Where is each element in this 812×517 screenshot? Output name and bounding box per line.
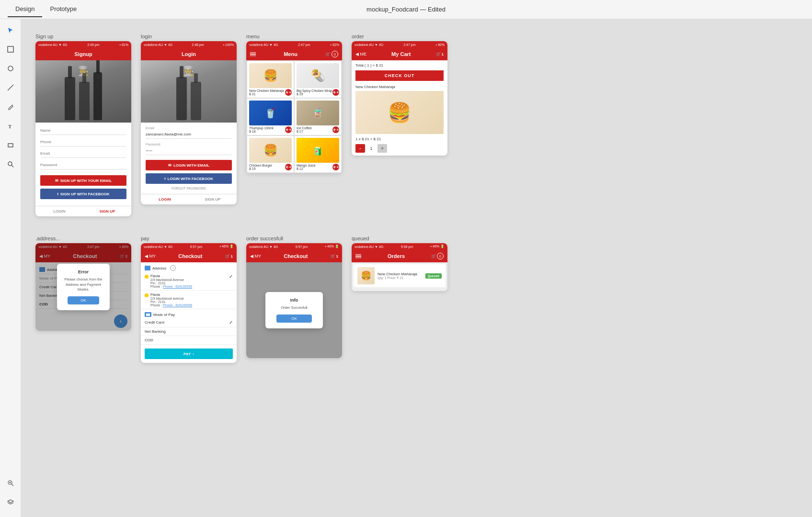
menu-item-1[interactable]: 🍔 New Chicken Maharaja $ 21 [247,61,294,98]
menu-item-5[interactable]: 🍔 Chicken Burger $ 15 [247,136,294,172]
pay-addr2-text: Flavia 2/3 blackwood avenue Pin : 2131 P… [150,292,192,307]
pay-addr2-phone-link[interactable]: Phone : 624100506 [163,303,192,307]
pay-addr1-dot [145,275,149,279]
item6-add-btn[interactable] [332,164,339,170]
pay-net-banking[interactable]: Net Banking [141,327,237,336]
login-password-input[interactable] [146,146,232,155]
order-back[interactable]: ◀ ME [355,52,366,56]
order-status-bar: vodafone AU ▼ 4G 2:47 pm ▪ 90% [352,41,447,48]
menu-item-4[interactable]: 🧋 Ice Coffee $ 17 [295,99,341,135]
cursor-tool[interactable] [5,25,16,35]
order-card-1[interactable]: 🍔 New Chicken Maharaja Qty: 1 Price: ₹ 2… [354,264,446,287]
pay-addr2[interactable]: Flavia 2/3 blackwood avenue Pin : 2131 P… [141,291,237,309]
pay-addr-info-icon[interactable]: + [170,265,176,271]
menu-cart-count: 0 [332,51,338,57]
signup-tab[interactable]: SIGN UP [83,206,131,216]
signup-bottom-tab[interactable]: SIGN UP [189,194,237,204]
menu-item-6[interactable]: 🧃 Mango Juice $ 12 [295,136,341,172]
pay-addr1[interactable]: Flavia 2/3 blackwood Avenue Pin : 2131 P… [141,272,237,291]
order-success-app-header: ◀ MY Checkout 🛒 1 [246,250,342,262]
menu-title: Menu [284,51,297,57]
bottles [35,72,131,120]
cart-item-name: New Chicken Maharaja [355,85,444,89]
login-bottom-tab[interactable]: LOGIN [141,194,189,204]
rectangle-tool[interactable] [5,140,16,150]
search-tool[interactable] [5,159,16,169]
tab-prototype[interactable]: Prototype [42,1,84,17]
info-dialog: Info Order Succesfull OK [265,292,323,328]
svg-line-2 [8,85,13,90]
pay-back[interactable]: ◀ MY [145,254,156,258]
pay-credit-card[interactable]: Credit Card ✓ [141,318,237,327]
forgot-password-link[interactable]: FORGOT PASSWORD [146,187,232,190]
zoom-tool[interactable] [5,478,16,488]
circle-tool[interactable] [5,63,16,74]
item5-add-btn[interactable] [285,164,292,170]
order-label: order [352,34,447,39]
pay-btn-container: PAY › [141,345,237,363]
frame-tool[interactable] [5,44,16,55]
item1-add-btn[interactable] [285,89,292,96]
item2-add-btn[interactable] [332,89,339,96]
juice-image: 🧃 [297,138,339,163]
pen-tool[interactable] [5,101,16,112]
login-facebook-btn[interactable]: f LOGIN WITH FACEBOOK [146,173,232,184]
queued-badge-1: Queued [425,273,442,279]
line-tool[interactable] [5,82,16,93]
order-app-header: ◀ ME My Cart 🛒 1 [352,48,447,60]
login-email-input[interactable] [146,130,232,139]
qty-plus-btn[interactable]: + [377,144,387,153]
qty-minus-btn[interactable]: - [355,144,365,153]
queued-cart[interactable]: 🛒 0 [431,253,444,259]
item3-add-btn[interactable] [285,126,292,133]
login-bottles [141,77,237,120]
pay-card-icon [146,314,150,316]
error-message: Please choose from the Address and Payme… [64,277,103,292]
signup-email-input[interactable] [40,149,126,158]
queued-col: queued vodafone AU ▼ 4G 5:58 pm ▪ 46% 🔋 … [352,236,447,363]
order-success-label: order succesfull [246,236,342,241]
info-ok-btn[interactable]: OK [276,315,312,323]
bottle2-neck [82,73,86,83]
order-success-back[interactable]: ◀ MY [250,254,261,258]
pay-content: Address + Flavia 2/3 blackwood Avenue Pi… [141,262,237,363]
pay-cart-area[interactable]: 🛒 1 [225,254,233,258]
svg-point-1 [8,66,13,71]
error-ok-btn[interactable]: OK [68,296,99,304]
queued-hamburger[interactable] [355,254,361,258]
login-bottle2 [191,82,201,120]
pay-btn[interactable]: PAY › [145,348,233,359]
pay-cod[interactable]: COD [141,336,237,345]
layers-tool[interactable] [5,497,16,507]
svg-text:T: T [8,124,12,129]
order-cart-area[interactable]: 🛒 1 [436,52,444,56]
signup-name-input[interactable] [40,126,126,135]
signup-email-btn[interactable]: ✉ SIGN UP WITH YOUR EMAIL [40,175,126,186]
pay-mode-icon [145,312,151,317]
text-tool[interactable]: T [5,121,16,131]
signup-phone-input[interactable] [40,138,126,146]
bottle1 [65,77,75,120]
address-screen: vodafone AU ▼ 4G 2:47 pm ▪ 20% ◀ MY Chec… [35,243,131,331]
login-email-btn[interactable]: ✉ LOGIN WITH EMAIL [146,160,232,170]
signup-facebook-btn[interactable]: f SIGN UP WITH FACEBOOK [40,189,126,199]
menu-cart-area[interactable]: 🛒 0 [325,51,338,57]
checkout-btn[interactable]: CHECK OUT [355,70,444,81]
left-sidebar: T [0,19,21,517]
menu-item-2[interactable]: 🌯 Big Spicy Chicken Wrap $ 19 [295,61,341,98]
pay-addr1-phone-link[interactable]: Phone : 624100506 [163,285,192,288]
login-col: login vodafone AU ▼ 4G 2:48 pm ▪ 100% Lo… [141,34,237,216]
bottle2 [79,82,90,120]
item4-add-btn[interactable] [332,126,339,133]
queued-status-bar: vodafone AU ▼ 4G 5:58 pm ▪ 46% 🔋 [352,243,447,250]
hamburger-icon[interactable] [250,52,256,56]
login-tab[interactable]: LOGIN [35,206,83,216]
top-bar: Design Prototype mockup_Foodcard — Edite… [0,0,812,19]
signup-password-input[interactable] [40,161,126,169]
menu-item-3[interactable]: 🥤 Thumpup 100ml $ 18 [247,99,294,135]
login-email-label: Email [146,126,232,130]
order-col: order vodafone AU ▼ 4G 2:47 pm ▪ 90% ◀ M… [352,34,447,216]
ham-line-1 [250,52,256,53]
tab-design[interactable]: Design [8,1,42,17]
pay-screen: vodafone AU ▼ 4G 5:57 pm ▪ 46% 🔋 ◀ MY Ch… [141,243,237,363]
